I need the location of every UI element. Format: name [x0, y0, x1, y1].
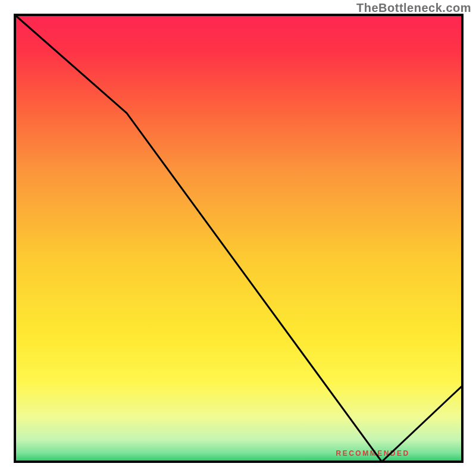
svg-rect-0 — [15, 15, 462, 462]
chart-container: TheBottleneck.com — [0, 0, 476, 476]
plot-area — [15, 15, 462, 462]
bottleneck-chart: RECOMMENDED — [0, 0, 476, 476]
